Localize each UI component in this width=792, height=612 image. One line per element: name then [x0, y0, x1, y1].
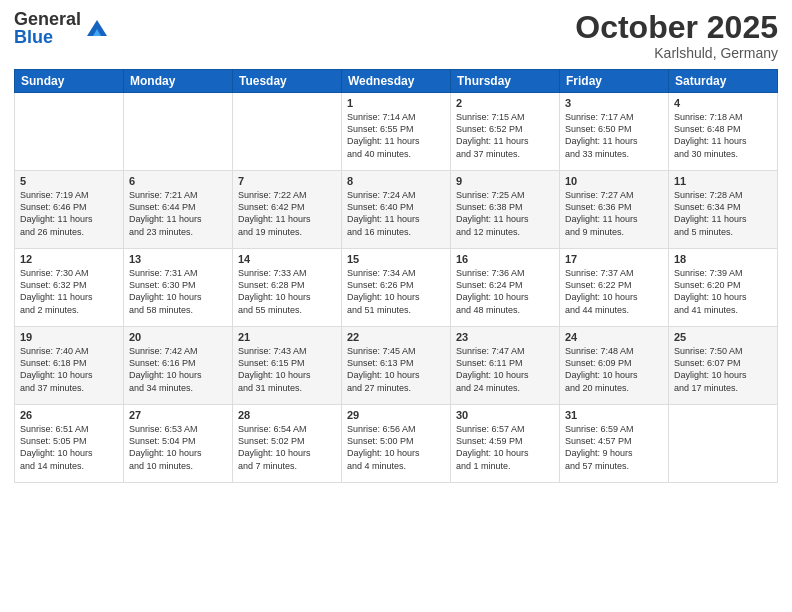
calendar-day-17: 17Sunrise: 7:37 AM Sunset: 6:22 PM Dayli… [560, 249, 669, 327]
calendar-empty-cell [124, 93, 233, 171]
calendar-day-3: 3Sunrise: 7:17 AM Sunset: 6:50 PM Daylig… [560, 93, 669, 171]
logo-icon [83, 14, 111, 42]
day-number: 25 [674, 331, 772, 343]
calendar-day-25: 25Sunrise: 7:50 AM Sunset: 6:07 PM Dayli… [669, 327, 778, 405]
calendar-empty-cell [233, 93, 342, 171]
day-number: 21 [238, 331, 336, 343]
calendar-day-1: 1Sunrise: 7:14 AM Sunset: 6:55 PM Daylig… [342, 93, 451, 171]
day-number: 22 [347, 331, 445, 343]
calendar-day-30: 30Sunrise: 6:57 AM Sunset: 4:59 PM Dayli… [451, 405, 560, 483]
day-info: Sunrise: 7:27 AM Sunset: 6:36 PM Dayligh… [565, 189, 663, 238]
day-info: Sunrise: 7:48 AM Sunset: 6:09 PM Dayligh… [565, 345, 663, 394]
calendar-day-2: 2Sunrise: 7:15 AM Sunset: 6:52 PM Daylig… [451, 93, 560, 171]
day-info: Sunrise: 7:34 AM Sunset: 6:26 PM Dayligh… [347, 267, 445, 316]
title-block: October 2025 Karlshuld, Germany [575, 10, 778, 61]
day-header-friday: Friday [560, 70, 669, 93]
day-header-tuesday: Tuesday [233, 70, 342, 93]
calendar-week-row: 5Sunrise: 7:19 AM Sunset: 6:46 PM Daylig… [15, 171, 778, 249]
calendar-day-28: 28Sunrise: 6:54 AM Sunset: 5:02 PM Dayli… [233, 405, 342, 483]
day-info: Sunrise: 7:15 AM Sunset: 6:52 PM Dayligh… [456, 111, 554, 160]
calendar-day-20: 20Sunrise: 7:42 AM Sunset: 6:16 PM Dayli… [124, 327, 233, 405]
day-info: Sunrise: 7:22 AM Sunset: 6:42 PM Dayligh… [238, 189, 336, 238]
day-number: 13 [129, 253, 227, 265]
logo-blue: Blue [14, 28, 81, 46]
day-number: 31 [565, 409, 663, 421]
day-info: Sunrise: 7:28 AM Sunset: 6:34 PM Dayligh… [674, 189, 772, 238]
calendar-week-row: 12Sunrise: 7:30 AM Sunset: 6:32 PM Dayli… [15, 249, 778, 327]
day-info: Sunrise: 7:25 AM Sunset: 6:38 PM Dayligh… [456, 189, 554, 238]
day-info: Sunrise: 7:19 AM Sunset: 6:46 PM Dayligh… [20, 189, 118, 238]
logo-general: General [14, 10, 81, 28]
calendar-header-row: SundayMondayTuesdayWednesdayThursdayFrid… [15, 70, 778, 93]
day-number: 3 [565, 97, 663, 109]
calendar-day-14: 14Sunrise: 7:33 AM Sunset: 6:28 PM Dayli… [233, 249, 342, 327]
day-header-sunday: Sunday [15, 70, 124, 93]
day-info: Sunrise: 7:40 AM Sunset: 6:18 PM Dayligh… [20, 345, 118, 394]
calendar-day-21: 21Sunrise: 7:43 AM Sunset: 6:15 PM Dayli… [233, 327, 342, 405]
day-number: 30 [456, 409, 554, 421]
day-info: Sunrise: 7:36 AM Sunset: 6:24 PM Dayligh… [456, 267, 554, 316]
day-number: 27 [129, 409, 227, 421]
calendar-day-5: 5Sunrise: 7:19 AM Sunset: 6:46 PM Daylig… [15, 171, 124, 249]
calendar-day-22: 22Sunrise: 7:45 AM Sunset: 6:13 PM Dayli… [342, 327, 451, 405]
day-info: Sunrise: 6:59 AM Sunset: 4:57 PM Dayligh… [565, 423, 663, 472]
day-info: Sunrise: 7:17 AM Sunset: 6:50 PM Dayligh… [565, 111, 663, 160]
calendar-week-row: 26Sunrise: 6:51 AM Sunset: 5:05 PM Dayli… [15, 405, 778, 483]
calendar-day-12: 12Sunrise: 7:30 AM Sunset: 6:32 PM Dayli… [15, 249, 124, 327]
day-number: 24 [565, 331, 663, 343]
day-info: Sunrise: 7:18 AM Sunset: 6:48 PM Dayligh… [674, 111, 772, 160]
calendar-day-9: 9Sunrise: 7:25 AM Sunset: 6:38 PM Daylig… [451, 171, 560, 249]
day-number: 28 [238, 409, 336, 421]
month-title: October 2025 [575, 10, 778, 45]
calendar-day-19: 19Sunrise: 7:40 AM Sunset: 6:18 PM Dayli… [15, 327, 124, 405]
calendar-table: SundayMondayTuesdayWednesdayThursdayFrid… [14, 69, 778, 483]
day-number: 14 [238, 253, 336, 265]
day-info: Sunrise: 6:54 AM Sunset: 5:02 PM Dayligh… [238, 423, 336, 472]
calendar-day-18: 18Sunrise: 7:39 AM Sunset: 6:20 PM Dayli… [669, 249, 778, 327]
calendar-week-row: 19Sunrise: 7:40 AM Sunset: 6:18 PM Dayli… [15, 327, 778, 405]
day-number: 5 [20, 175, 118, 187]
calendar-day-4: 4Sunrise: 7:18 AM Sunset: 6:48 PM Daylig… [669, 93, 778, 171]
day-info: Sunrise: 7:47 AM Sunset: 6:11 PM Dayligh… [456, 345, 554, 394]
day-info: Sunrise: 7:31 AM Sunset: 6:30 PM Dayligh… [129, 267, 227, 316]
calendar-day-26: 26Sunrise: 6:51 AM Sunset: 5:05 PM Dayli… [15, 405, 124, 483]
day-number: 29 [347, 409, 445, 421]
day-info: Sunrise: 7:50 AM Sunset: 6:07 PM Dayligh… [674, 345, 772, 394]
day-info: Sunrise: 7:30 AM Sunset: 6:32 PM Dayligh… [20, 267, 118, 316]
day-number: 17 [565, 253, 663, 265]
day-info: Sunrise: 7:14 AM Sunset: 6:55 PM Dayligh… [347, 111, 445, 160]
day-number: 15 [347, 253, 445, 265]
day-info: Sunrise: 7:24 AM Sunset: 6:40 PM Dayligh… [347, 189, 445, 238]
day-header-wednesday: Wednesday [342, 70, 451, 93]
calendar-day-6: 6Sunrise: 7:21 AM Sunset: 6:44 PM Daylig… [124, 171, 233, 249]
day-number: 2 [456, 97, 554, 109]
calendar-week-row: 1Sunrise: 7:14 AM Sunset: 6:55 PM Daylig… [15, 93, 778, 171]
logo: General Blue [14, 10, 111, 46]
day-info: Sunrise: 7:37 AM Sunset: 6:22 PM Dayligh… [565, 267, 663, 316]
day-info: Sunrise: 6:56 AM Sunset: 5:00 PM Dayligh… [347, 423, 445, 472]
day-header-saturday: Saturday [669, 70, 778, 93]
calendar-day-31: 31Sunrise: 6:59 AM Sunset: 4:57 PM Dayli… [560, 405, 669, 483]
day-number: 7 [238, 175, 336, 187]
calendar-day-11: 11Sunrise: 7:28 AM Sunset: 6:34 PM Dayli… [669, 171, 778, 249]
calendar-day-7: 7Sunrise: 7:22 AM Sunset: 6:42 PM Daylig… [233, 171, 342, 249]
day-number: 12 [20, 253, 118, 265]
day-number: 1 [347, 97, 445, 109]
day-number: 26 [20, 409, 118, 421]
calendar-day-27: 27Sunrise: 6:53 AM Sunset: 5:04 PM Dayli… [124, 405, 233, 483]
calendar-day-13: 13Sunrise: 7:31 AM Sunset: 6:30 PM Dayli… [124, 249, 233, 327]
day-number: 4 [674, 97, 772, 109]
day-info: Sunrise: 6:57 AM Sunset: 4:59 PM Dayligh… [456, 423, 554, 472]
day-info: Sunrise: 6:53 AM Sunset: 5:04 PM Dayligh… [129, 423, 227, 472]
day-header-thursday: Thursday [451, 70, 560, 93]
day-info: Sunrise: 7:42 AM Sunset: 6:16 PM Dayligh… [129, 345, 227, 394]
day-number: 16 [456, 253, 554, 265]
day-number: 18 [674, 253, 772, 265]
day-number: 20 [129, 331, 227, 343]
day-number: 10 [565, 175, 663, 187]
day-number: 19 [20, 331, 118, 343]
page-header: General Blue October 2025 Karlshuld, Ger… [14, 10, 778, 61]
calendar-day-16: 16Sunrise: 7:36 AM Sunset: 6:24 PM Dayli… [451, 249, 560, 327]
day-number: 8 [347, 175, 445, 187]
day-header-monday: Monday [124, 70, 233, 93]
